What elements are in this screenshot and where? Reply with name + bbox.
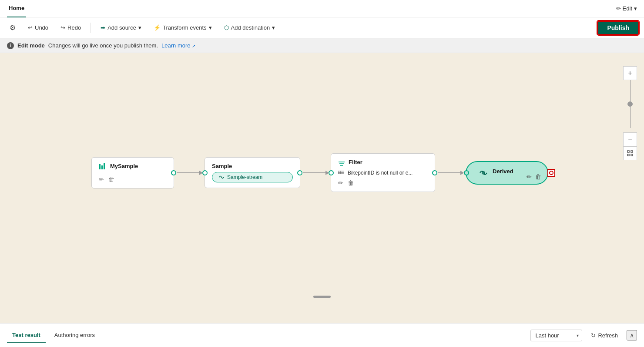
- derived-output-connector: [549, 171, 553, 175]
- tab-test-result[interactable]: Test result: [7, 328, 46, 343]
- svg-rect-4: [99, 164, 101, 169]
- sample-input-connector: [202, 170, 208, 175]
- svg-rect-3: [631, 154, 633, 156]
- zoom-track: [630, 80, 631, 128]
- edit-label: Edit: [623, 5, 632, 12]
- add-destination-label: Add destination: [231, 24, 270, 31]
- chevron-up-icon: ∧: [630, 332, 634, 339]
- banner-message: Changes will go live once you publish th…: [48, 42, 158, 49]
- derived-input-connector: [464, 170, 469, 175]
- stream-icon: [218, 174, 225, 180]
- derived-delete-icon[interactable]: 🗑: [535, 173, 541, 180]
- filter-icon: [338, 160, 345, 167]
- mysample-output-connector: [171, 170, 176, 175]
- undo-button[interactable]: ↩ Undo: [23, 22, 53, 33]
- zoom-thumb: [627, 101, 633, 107]
- refresh-icon: ↻: [591, 332, 596, 339]
- divider1: [91, 23, 91, 33]
- filter-title: Filter: [349, 159, 362, 165]
- redo-icon: ↪: [60, 24, 65, 31]
- add-source-button[interactable]: ➡ Add source ▾: [96, 22, 146, 33]
- edit-mode-label: Edit mode: [17, 42, 45, 49]
- stream-label: Sample-stream: [227, 174, 262, 180]
- mysample-node[interactable]: MySample ✏ 🗑: [91, 157, 174, 189]
- add-source-chevron-icon: ▾: [138, 24, 141, 31]
- edit-button[interactable]: ✏ Edit ▾: [616, 5, 637, 12]
- svg-rect-2: [627, 154, 629, 156]
- info-icon: i: [7, 42, 14, 49]
- gear-icon: ⚙: [10, 24, 16, 32]
- learn-more-link[interactable]: Learn more ↗: [161, 42, 195, 49]
- add-destination-icon: ⬡: [224, 24, 229, 31]
- sample-output-connector: [297, 170, 302, 175]
- mysample-actions: ✏ 🗑: [99, 176, 167, 183]
- derived-output-connector-box[interactable]: [547, 169, 555, 177]
- mysample-delete-icon[interactable]: 🗑: [108, 176, 114, 183]
- table-icon: [338, 171, 344, 175]
- filter-node[interactable]: Filter BikepointID is not null or e... ✏…: [331, 153, 435, 192]
- svg-rect-10: [338, 171, 344, 172]
- publish-button[interactable]: Publish: [597, 21, 639, 35]
- mysample-edit-icon[interactable]: ✏: [99, 176, 104, 183]
- filter-input-connector: [329, 170, 334, 175]
- derived-icon: [479, 168, 488, 178]
- chevron-down-icon: ▾: [634, 5, 637, 12]
- external-link-icon: ↗: [192, 44, 195, 48]
- zoom-slider[interactable]: [630, 80, 631, 132]
- derived-actions: ✏ 🗑: [527, 173, 541, 180]
- flow-area: MySample ✏ 🗑 Sample Sample-stream: [91, 153, 548, 192]
- svg-rect-11: [338, 172, 344, 174]
- pencil-icon: ✏: [616, 5, 621, 12]
- toolbar: ⚙ ↩ Undo ↪ Redo ➡ Add source ▾ ⚡ Transfo…: [0, 17, 644, 38]
- zoom-controls: + −: [623, 66, 637, 160]
- sample-node[interactable]: Sample Sample-stream: [205, 157, 300, 188]
- svg-rect-1: [631, 151, 633, 152]
- add-source-label: Add source: [107, 24, 136, 31]
- tab-home[interactable]: Home: [7, 0, 26, 17]
- filter-edit-icon[interactable]: ✏: [338, 179, 343, 186]
- transform-events-label: Transform events: [163, 24, 207, 31]
- collapse-button[interactable]: ∧: [627, 330, 637, 340]
- canvas[interactable]: + −: [0, 53, 644, 323]
- bottom-bar: Test result Authoring errors Last hour L…: [0, 323, 644, 347]
- svg-rect-0: [627, 151, 629, 152]
- undo-label: Undo: [35, 24, 48, 31]
- redo-label: Redo: [67, 24, 81, 31]
- refresh-label: Refresh: [598, 332, 618, 339]
- filter-delete-icon[interactable]: 🗑: [348, 179, 354, 186]
- arrow3-head: [460, 171, 464, 175]
- redo-button[interactable]: ↪ Redo: [56, 22, 85, 33]
- add-source-icon: ➡: [101, 24, 105, 31]
- zoom-out-button[interactable]: −: [623, 132, 637, 146]
- filter-actions: ✏ 🗑: [338, 179, 428, 186]
- filter-condition-row: BikepointID is not null or e...: [338, 170, 428, 176]
- bottom-right: Last hour Last 24 hours Last 7 days ▾ ↻ …: [530, 330, 637, 341]
- fit-icon: [627, 150, 633, 156]
- zoom-in-button[interactable]: +: [623, 66, 637, 80]
- mysample-icon: [99, 163, 107, 172]
- scroll-indicator: [313, 296, 331, 298]
- transform-events-button[interactable]: ⚡ Transform events ▾: [149, 22, 216, 33]
- derived-node[interactable]: Derived ✏ 🗑: [466, 161, 548, 185]
- fit-view-button[interactable]: [623, 146, 637, 160]
- gear-button[interactable]: ⚙: [5, 21, 20, 34]
- transform-chevron-icon: ▾: [209, 24, 212, 31]
- time-select[interactable]: Last hour Last 24 hours Last 7 days: [530, 330, 582, 341]
- svg-rect-6: [104, 163, 105, 169]
- add-destination-button[interactable]: ⬡ Add destination ▾: [220, 22, 280, 33]
- learn-more-text: Learn more: [161, 42, 190, 49]
- edit-banner: i Edit mode Changes will go live once yo…: [0, 38, 644, 53]
- destination-chevron-icon: ▾: [272, 24, 275, 31]
- derived-title: Derived: [493, 168, 513, 175]
- stream-pill: Sample-stream: [212, 172, 293, 182]
- mysample-title: MySample: [110, 163, 138, 169]
- tab-authoring-errors[interactable]: Authoring errors: [49, 328, 100, 343]
- undo-icon: ↩: [28, 24, 33, 31]
- time-select-wrapper: Last hour Last 24 hours Last 7 days ▾: [530, 330, 582, 341]
- filter-output-connector: [432, 170, 437, 175]
- derived-edit-icon[interactable]: ✏: [527, 173, 532, 180]
- svg-rect-5: [101, 165, 103, 169]
- sample-title: Sample: [212, 163, 293, 169]
- transform-icon: ⚡: [154, 24, 161, 31]
- refresh-button[interactable]: ↻ Refresh: [587, 330, 622, 341]
